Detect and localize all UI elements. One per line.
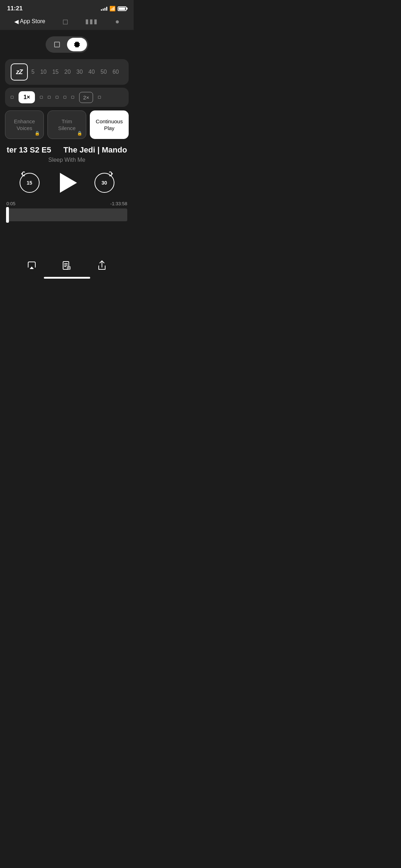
stop-toggle[interactable] (47, 38, 67, 51)
timer-options: 5 10 15 20 30 40 50 60 (31, 69, 123, 75)
progress-bar[interactable] (6, 208, 127, 221)
timer-30[interactable]: 30 (76, 69, 83, 75)
gear-icon (73, 41, 81, 48)
trim-silence-button[interactable]: TrimSilence 🔒 (47, 110, 86, 139)
speed-1x[interactable]: 1× (19, 91, 35, 103)
play-icon (60, 173, 77, 193)
speed-2x[interactable]: 2× (79, 92, 93, 103)
bottom-icons (0, 258, 134, 273)
timer-50[interactable]: 50 (101, 69, 107, 75)
stop-icon (54, 42, 60, 47)
svg-point-1 (76, 43, 78, 46)
progress-handle[interactable] (6, 207, 9, 223)
main-content: zZ 5 10 15 20 30 40 50 60 1× 2× Enh (0, 30, 134, 221)
forward-label: 30 (102, 180, 107, 186)
episode-subtitle: Sleep With Me (0, 157, 134, 163)
episode-row: ter 13 S2 E5 The Jedi | Mando (0, 145, 134, 155)
airplay-icon (26, 260, 37, 271)
speed-dot-2[interactable] (40, 96, 43, 99)
speed-dot-5[interactable] (63, 96, 66, 99)
back-chevron-icon: ◀ (14, 18, 19, 25)
toggle-row (0, 30, 134, 56)
speed-row: 1× 2× (5, 88, 129, 107)
episode-title-right: The Jedi | Mando (63, 145, 127, 154)
status-icons: 📶 (101, 6, 127, 11)
status-bar: 11:21 📶 (0, 0, 134, 14)
forward-button[interactable]: 30 (94, 172, 115, 193)
playback-controls: 15 30 (0, 170, 134, 195)
rewind-arrow-icon (21, 171, 27, 176)
trim-silence-label: TrimSilence (58, 118, 76, 132)
bottom-bar (0, 253, 134, 289)
timer-10[interactable]: 10 (40, 69, 47, 75)
rewind-label: 15 (27, 180, 32, 186)
speed-dot-7[interactable] (98, 96, 101, 99)
speed-dot-6[interactable] (71, 96, 74, 99)
forward-arrow-icon (107, 171, 113, 176)
speed-dot-1[interactable] (11, 96, 14, 99)
sleep-timer-row: zZ 5 10 15 20 30 40 50 60 (5, 59, 129, 85)
rewind-button[interactable]: 15 (19, 172, 40, 193)
home-indicator (44, 277, 90, 279)
search-icon[interactable]: ● (115, 17, 119, 26)
toggle-switch[interactable] (46, 36, 88, 53)
inbox-icon[interactable]: ◻ (62, 17, 68, 26)
status-time: 11:21 (7, 5, 22, 12)
signal-icon (101, 6, 107, 11)
rewind-circle: 15 (20, 173, 40, 193)
wifi-icon: 📶 (109, 6, 115, 11)
share-icon (97, 260, 107, 271)
share-button[interactable] (94, 258, 110, 273)
library-icon[interactable]: ▮▮▮ (85, 17, 98, 25)
timer-40[interactable]: 40 (88, 69, 95, 75)
timer-60[interactable]: 60 (113, 69, 119, 75)
speed-items: 1× 2× (11, 91, 123, 103)
continuous-play-button[interactable]: Continuous Play (90, 110, 129, 139)
svg-rect-9 (67, 267, 70, 269)
progress-current: 0:05 (6, 201, 15, 206)
play-button[interactable] (55, 170, 79, 195)
nav-bar: ◀ App Store ◻ ▮▮▮ ● (0, 14, 134, 30)
progress-row: 0:05 -1:33:58 (6, 201, 127, 206)
enhance-voices-button[interactable]: EnhanceVoices 🔒 (5, 110, 44, 139)
timer-15[interactable]: 15 (52, 69, 59, 75)
enhance-voices-label: EnhanceVoices (14, 118, 35, 132)
battery-icon (118, 6, 127, 11)
back-label: App Store (20, 18, 45, 25)
timer-5[interactable]: 5 (31, 69, 35, 75)
lock-icon-trim: 🔒 (77, 131, 82, 136)
sleep-icon: zZ (11, 63, 28, 81)
forward-circle: 30 (94, 173, 114, 193)
back-button[interactable]: ◀ App Store (14, 18, 45, 25)
transcript-icon (61, 260, 72, 271)
lock-icon-enhance: 🔒 (35, 131, 40, 136)
airplay-button[interactable] (24, 258, 40, 273)
progress-remaining: -1:33:58 (110, 201, 127, 206)
speed-dot-3[interactable] (48, 96, 51, 99)
episode-title-left: ter 13 S2 E5 (7, 145, 51, 154)
timer-20[interactable]: 20 (65, 69, 71, 75)
feature-row: EnhanceVoices 🔒 TrimSilence 🔒 Continuous… (5, 110, 129, 139)
transcript-button[interactable] (59, 258, 74, 273)
continuous-play-label: Continuous Play (94, 118, 125, 132)
settings-toggle[interactable] (67, 38, 87, 51)
speed-dot-4[interactable] (56, 96, 58, 99)
